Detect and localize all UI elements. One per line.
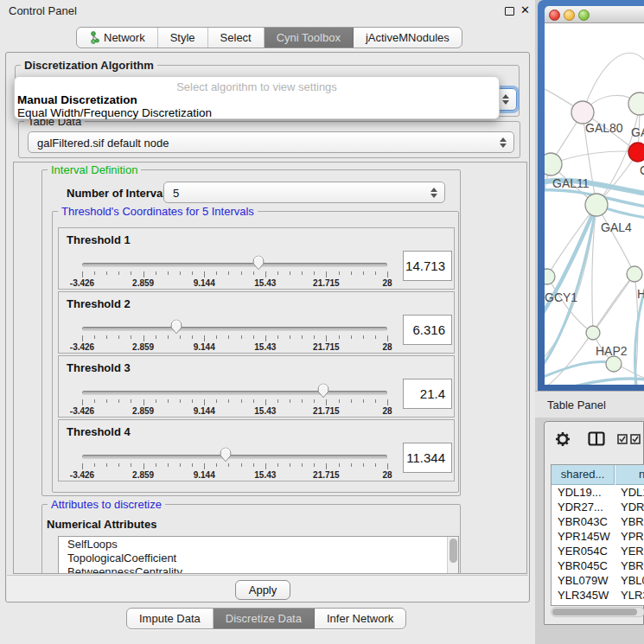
column-header-name[interactable]: n — [615, 465, 644, 485]
threshold-3-card: Threshold 3 21.4 -3.4262.8599.14415.4321… — [58, 355, 455, 418]
slider-tick-label: 21.715 — [313, 278, 340, 288]
attribute-list-item[interactable]: SelfLoops — [59, 537, 458, 551]
table-horizontal-scrollbar[interactable] — [551, 607, 644, 617]
cell-name: YBR0 — [621, 559, 644, 572]
slider-tick-label: 2.859 — [132, 470, 154, 480]
split-columns-icon[interactable] — [588, 431, 605, 446]
table-data-group: Table Data galFiltered.sif default node — [18, 121, 520, 158]
control-panel: Control Panel ✕ Network Style Select Cyn… — [0, 0, 535, 644]
tab-select[interactable]: Select — [208, 28, 265, 48]
interval-definition-title: Interval Definition — [48, 163, 141, 176]
table-data-combo[interactable]: galFiltered.sif default node — [28, 131, 514, 153]
minimize-traffic-light[interactable] — [564, 10, 575, 21]
threshold-3-label: Threshold 3 — [67, 361, 131, 374]
network-canvas[interactable]: GAL80GACGAL11GAL4GCY1HHAP2 — [545, 23, 644, 385]
table-row[interactable]: YBR045CYBR0 — [552, 558, 644, 573]
threshold-slider-track[interactable] — [82, 391, 387, 395]
apply-button[interactable]: Apply — [235, 580, 290, 600]
select-attributes-icon[interactable] — [617, 434, 641, 444]
network-node-gal4[interactable] — [585, 194, 608, 216]
network-node-c[interactable] — [628, 143, 644, 162]
threshold-slider-track[interactable] — [82, 327, 387, 331]
tab-style-label: Style — [170, 31, 195, 44]
tab-infer-network-label: Infer Network — [327, 612, 393, 625]
close-traffic-light[interactable] — [549, 10, 560, 21]
table-row[interactable]: YDL19...YDL1 — [552, 485, 644, 500]
menu-item-manual-discretization[interactable]: Manual Discretization — [17, 93, 137, 106]
tab-cyni-toolbox[interactable]: Cyni Toolbox — [265, 28, 354, 48]
table-row[interactable]: YPR145WYPR1 — [552, 529, 644, 544]
combo-arrows-icon — [502, 94, 509, 105]
threshold-slider-thumb[interactable] — [252, 255, 265, 271]
tab-select-label: Select — [220, 31, 252, 44]
algorithm-hint-text: Select algorithm to view settings — [15, 80, 499, 93]
table-row[interactable]: YIL052CYIL0 — [552, 603, 644, 606]
cell-name: YLR3 — [621, 589, 644, 602]
numerical-attributes-list: SelfLoopsTopologicalCoefficientBetweenne… — [58, 536, 459, 574]
number-of-intervals-combo[interactable]: 5 — [163, 182, 445, 203]
cell-shared-name: YPR145W — [558, 530, 610, 543]
threshold-slider-thumb[interactable] — [219, 447, 233, 463]
zoom-traffic-light[interactable] — [578, 10, 590, 21]
slider-tick-label: 15.43 — [254, 278, 276, 288]
network-window-titlebar[interactable] — [545, 6, 644, 23]
network-node-hap2[interactable] — [586, 326, 600, 340]
threshold-slider-thumb[interactable] — [169, 319, 183, 335]
slider-tick-label: 28 — [382, 278, 392, 288]
close-icon[interactable]: ✕ — [520, 3, 530, 16]
network-node-gcy1[interactable] — [545, 269, 555, 284]
network-node-h[interactable] — [627, 266, 642, 282]
float-window-icon[interactable] — [505, 7, 514, 16]
table-row[interactable]: YLR345WYLR3 — [552, 588, 644, 603]
thresholds-group: Threshold's Coordinates for 5 Intervals … — [52, 211, 459, 493]
attribute-list-item[interactable]: TopologicalCoefficient — [59, 551, 458, 564]
threshold-slider-track[interactable] — [82, 455, 387, 459]
tab-infer-network[interactable]: Infer Network — [315, 609, 405, 628]
network-node[interactable] — [606, 356, 622, 372]
tab-jactivemnodules-label: jActiveMNodules — [366, 31, 450, 44]
table-row[interactable]: YBL079WYBL0 — [552, 573, 644, 588]
tab-jactivemnodules[interactable]: jActiveMNodules — [354, 28, 462, 48]
cell-name: YDL1 — [621, 486, 644, 499]
tab-impute-data[interactable]: Impute Data — [127, 609, 214, 628]
slider-tick-label: -3.426 — [70, 342, 94, 352]
tab-discretize-data[interactable]: Discretize Data — [214, 609, 315, 628]
table-row[interactable]: YBR043CYBR0 — [552, 514, 644, 529]
control-panel-titlebar: Control Panel ✕ — [0, 0, 535, 21]
table-rows: YDL19...YDL1YDR27...YDR2YBR043CYBR0YPR14… — [552, 485, 644, 606]
table-row[interactable]: YER054CYER0 — [552, 544, 644, 558]
network-node-label: GCY1 — [545, 290, 577, 304]
column-header-shared-name[interactable]: shared... — [552, 465, 615, 485]
threshold-4-value-field[interactable]: 11.344 — [403, 443, 452, 473]
slider-tick-label: 9.144 — [194, 278, 215, 288]
threshold-4-label: Threshold 4 — [67, 425, 131, 438]
tab-style[interactable]: Style — [158, 28, 208, 48]
threshold-slider-thumb[interactable] — [316, 383, 330, 399]
network-node-ga[interactable] — [628, 92, 644, 115]
network-node-label: GAL11 — [552, 176, 590, 190]
threshold-3-value-field[interactable]: 21.4 — [403, 379, 452, 409]
top-tab-bar: Network Style Select Cyni Toolbox jActiv… — [76, 27, 462, 48]
threshold-slider-track[interactable] — [82, 263, 387, 267]
cell-name: YDR2 — [621, 501, 644, 513]
slider-tick-label: 28 — [382, 342, 392, 352]
menu-item-equal-width-frequency[interactable]: Equal Width/Frequency Discretization — [17, 106, 212, 119]
cell-name: YBL0 — [621, 574, 644, 587]
cell-shared-name: YBR045C — [558, 559, 608, 572]
slider-tick-label: 9.144 — [194, 406, 215, 416]
gear-icon[interactable] — [555, 431, 571, 447]
threshold-2-value-field[interactable]: 6.316 — [403, 315, 452, 345]
scrollbar-thumb[interactable] — [552, 609, 637, 615]
table-row[interactable]: YDR27...YDR2 — [552, 500, 644, 514]
attribute-items: SelfLoopsTopologicalCoefficientBetweenne… — [59, 537, 458, 574]
table-grid: shared... n YDL19...YDL1YDR27...YDR2YBR0… — [551, 464, 644, 606]
number-of-intervals-value: 5 — [173, 186, 179, 199]
tab-network[interactable]: Network — [77, 28, 158, 48]
attributes-scrollbar[interactable] — [447, 537, 458, 574]
threshold-1-value-field[interactable]: 14.713 — [403, 251, 452, 281]
attribute-list-item[interactable]: BetweennessCentrality — [59, 564, 458, 574]
network-node-gal11[interactable] — [545, 153, 562, 175]
scrollbar-thumb[interactable] — [450, 539, 457, 563]
slider-tick-label: 15.43 — [254, 470, 276, 480]
cell-shared-name: YER054C — [558, 545, 608, 558]
